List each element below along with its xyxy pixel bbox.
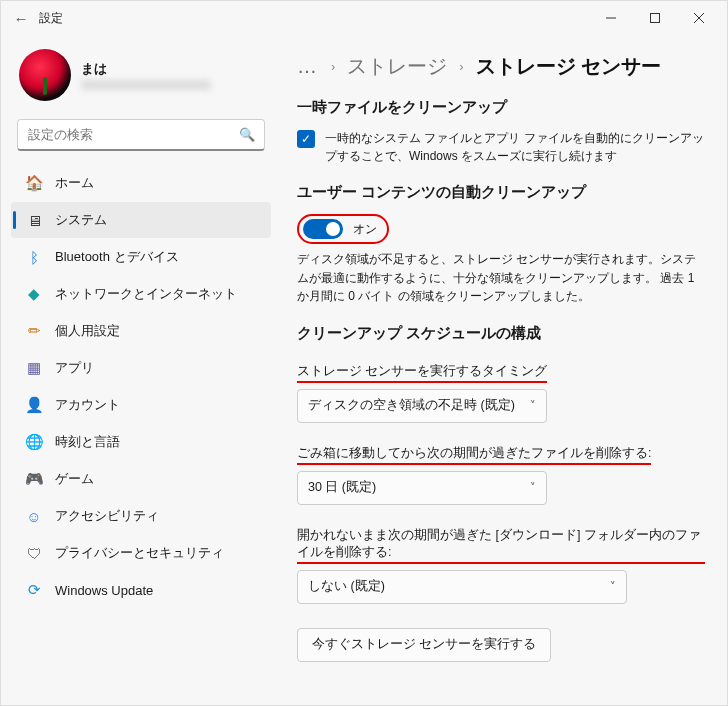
- chevron-down-icon: ˅: [530, 399, 536, 412]
- search-icon: 🔍: [239, 127, 255, 142]
- nav-gaming[interactable]: 🎮ゲーム: [11, 461, 271, 497]
- back-button[interactable]: ←: [7, 10, 35, 27]
- nav-label: アカウント: [55, 396, 120, 414]
- breadcrumb: … › ストレージ › ストレージ センサー: [297, 53, 705, 80]
- titlebar: ← 設定: [1, 1, 727, 35]
- nav-network[interactable]: ◆ネットワークとインターネット: [11, 276, 271, 312]
- nav-accessibility[interactable]: ☺アクセシビリティ: [11, 498, 271, 534]
- nav-label: ホーム: [55, 174, 94, 192]
- toggle-state-label: オン: [353, 221, 377, 238]
- temp-cleanup-desc: 一時的なシステム ファイルとアプリ ファイルを自動的にクリーンアップすることで、…: [325, 129, 705, 165]
- search-input[interactable]: [17, 119, 265, 151]
- window-title: 設定: [39, 10, 63, 27]
- nav-label: Bluetooth とデバイス: [55, 248, 179, 266]
- globe-clock-icon: 🌐: [25, 433, 43, 451]
- nav-label: ネットワークとインターネット: [55, 285, 237, 303]
- apps-icon: ▦: [25, 359, 43, 377]
- close-button[interactable]: [677, 3, 721, 33]
- breadcrumb-storage[interactable]: ストレージ: [347, 53, 447, 80]
- select-value: 30 日 (既定): [308, 479, 376, 496]
- nav-personalization[interactable]: ✏個人用設定: [11, 313, 271, 349]
- section-title-temp: 一時ファイルをクリーンアップ: [297, 98, 705, 117]
- nav-system[interactable]: 🖥システム: [11, 202, 271, 238]
- nav-label: アクセシビリティ: [55, 507, 159, 525]
- nav-home[interactable]: 🏠ホーム: [11, 165, 271, 201]
- select-value: ディスクの空き領域の不足時 (既定): [308, 397, 515, 414]
- nav-label: プライバシーとセキュリティ: [55, 544, 224, 562]
- main-content: … › ストレージ › ストレージ センサー 一時ファイルをクリーンアップ ✓ …: [281, 35, 727, 705]
- label-run-timing: ストレージ センサーを実行するタイミング: [297, 363, 547, 383]
- bluetooth-icon: ᛒ: [25, 248, 43, 266]
- profile-name: まは: [81, 60, 211, 78]
- chevron-down-icon: ˅: [610, 580, 616, 593]
- nav-windows-update[interactable]: ⟳Windows Update: [11, 572, 271, 608]
- search-box[interactable]: 🔍: [17, 119, 265, 151]
- select-value: しない (既定): [308, 578, 385, 595]
- home-icon: 🏠: [25, 174, 43, 192]
- accessibility-icon: ☺: [25, 507, 43, 525]
- select-recycle-bin[interactable]: 30 日 (既定) ˅: [297, 471, 547, 505]
- breadcrumb-current: ストレージ センサー: [476, 53, 662, 80]
- chevron-right-icon: ›: [331, 59, 335, 74]
- profile-email-blurred: [81, 80, 211, 90]
- chevron-right-icon: ›: [459, 59, 463, 74]
- update-icon: ⟳: [25, 581, 43, 599]
- section-title-schedule: クリーンアップ スケジュールの構成: [297, 324, 705, 343]
- select-downloads[interactable]: しない (既定) ˅: [297, 570, 627, 604]
- temp-cleanup-row: ✓ 一時的なシステム ファイルとアプリ ファイルを自動的にクリーンアップすること…: [297, 129, 705, 165]
- nav-time-language[interactable]: 🌐時刻と言語: [11, 424, 271, 460]
- nav-apps[interactable]: ▦アプリ: [11, 350, 271, 386]
- avatar: [19, 49, 71, 101]
- nav-label: 個人用設定: [55, 322, 120, 340]
- profile-block[interactable]: まは: [11, 43, 271, 113]
- nav-list: 🏠ホーム 🖥システム ᛒBluetooth とデバイス ◆ネットワークとインター…: [11, 165, 271, 608]
- maximize-button[interactable]: [633, 3, 677, 33]
- temp-cleanup-checkbox[interactable]: ✓: [297, 130, 315, 148]
- person-icon: 👤: [25, 396, 43, 414]
- nav-bluetooth[interactable]: ᛒBluetooth とデバイス: [11, 239, 271, 275]
- system-icon: 🖥: [25, 211, 43, 229]
- nav-label: 時刻と言語: [55, 433, 120, 451]
- run-now-label: 今すぐストレージ センサーを実行する: [312, 636, 536, 653]
- nav-privacy[interactable]: 🛡プライバシーとセキュリティ: [11, 535, 271, 571]
- wifi-icon: ◆: [25, 285, 43, 303]
- settings-window: ← 設定 まは 🔍 🏠ホーム 🖥システム ᛒBluetooth とデバ: [0, 0, 728, 706]
- gamepad-icon: 🎮: [25, 470, 43, 488]
- shield-icon: 🛡: [25, 544, 43, 562]
- sidebar: まは 🔍 🏠ホーム 🖥システム ᛒBluetooth とデバイス ◆ネットワーク…: [1, 35, 281, 705]
- auto-cleanup-toggle[interactable]: [303, 219, 343, 239]
- label-recycle-bin: ごみ箱に移動してから次の期間が過ぎたファイルを削除する:: [297, 445, 651, 465]
- minimize-button[interactable]: [589, 3, 633, 33]
- chevron-down-icon: ˅: [530, 481, 536, 494]
- nav-label: アプリ: [55, 359, 94, 377]
- svg-rect-1: [651, 14, 660, 23]
- select-run-timing[interactable]: ディスクの空き領域の不足時 (既定) ˅: [297, 389, 547, 423]
- nav-label: Windows Update: [55, 583, 153, 598]
- breadcrumb-overflow[interactable]: …: [297, 55, 319, 78]
- run-now-button[interactable]: 今すぐストレージ センサーを実行する: [297, 628, 551, 662]
- auto-cleanup-desc: ディスク領域が不足すると、ストレージ センサーが実行されます。システムが最適に動…: [297, 250, 705, 306]
- annotation-circle: オン: [297, 214, 389, 244]
- section-title-auto: ユーザー コンテンツの自動クリーンアップ: [297, 183, 705, 202]
- nav-accounts[interactable]: 👤アカウント: [11, 387, 271, 423]
- nav-label: システム: [55, 211, 107, 229]
- brush-icon: ✏: [25, 322, 43, 340]
- nav-label: ゲーム: [55, 470, 94, 488]
- label-downloads: 開かれないまま次の期間が過ぎた [ダウンロード] フォルダー内のファイルを削除す…: [297, 527, 705, 564]
